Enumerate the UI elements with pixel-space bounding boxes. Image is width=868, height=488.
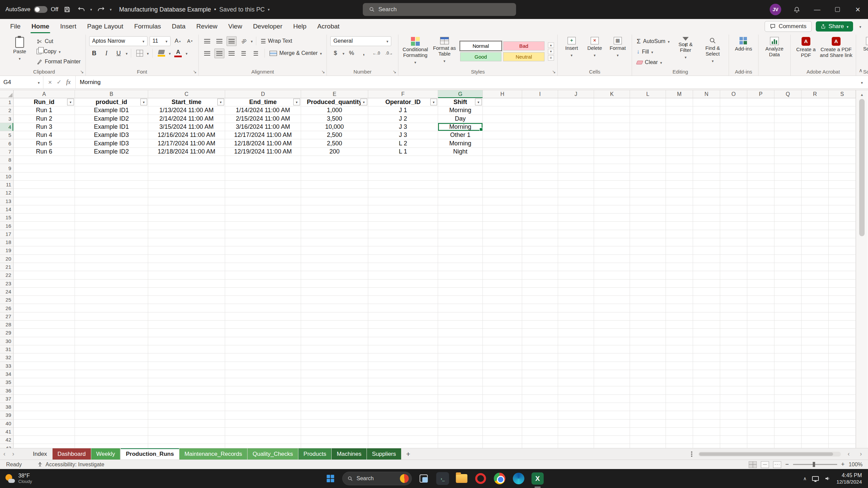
cell-H29[interactable] (483, 329, 522, 337)
cell-J23[interactable] (558, 280, 594, 288)
analyze-data-button[interactable]: Analyze Data (762, 35, 787, 67)
cell-H20[interactable] (483, 255, 522, 263)
cell-L43[interactable] (630, 444, 666, 448)
cell-S10[interactable] (829, 172, 856, 181)
cell-F27[interactable] (368, 312, 438, 321)
cell-E37[interactable] (301, 395, 368, 403)
cell-H35[interactable] (483, 378, 522, 386)
cell-G21[interactable] (438, 263, 483, 271)
format-as-table-button[interactable]: Format as Table (431, 35, 458, 67)
cell-N42[interactable] (693, 436, 720, 444)
vertical-scrollbar[interactable] (856, 90, 868, 448)
cell-B17[interactable] (75, 230, 148, 238)
cell-K23[interactable] (594, 280, 630, 288)
row-header-23[interactable]: 23 (0, 280, 14, 288)
cell-H34[interactable] (483, 370, 522, 378)
cell-E2[interactable]: 1,000 (301, 106, 368, 115)
cell-L12[interactable] (630, 189, 666, 197)
cell-F17[interactable] (368, 230, 438, 238)
cell-B25[interactable] (75, 296, 148, 304)
cell-K10[interactable] (594, 172, 630, 181)
cell-H18[interactable] (483, 238, 522, 246)
cell-I14[interactable] (522, 205, 558, 214)
cell-J33[interactable] (558, 362, 594, 370)
ribbon-tab-insert[interactable]: Insert (55, 20, 82, 33)
cell-B5[interactable]: Example ID3 (75, 131, 148, 139)
cell-F29[interactable] (368, 329, 438, 337)
cell-H42[interactable] (483, 436, 522, 444)
cell-P22[interactable] (747, 271, 774, 279)
cell-M14[interactable] (666, 205, 693, 214)
cell-A41[interactable] (14, 428, 75, 436)
cell-P21[interactable] (747, 263, 774, 271)
cell-C2[interactable]: 1/13/2024 11:00 AM (148, 106, 225, 115)
styles-dialog-launcher[interactable] (552, 69, 556, 74)
cell-G4[interactable]: Morning (438, 123, 483, 131)
cell-Q37[interactable] (774, 395, 802, 403)
cell-D41[interactable] (225, 428, 301, 436)
cell-O23[interactable] (720, 280, 747, 288)
orientation-chevron-icon[interactable] (251, 38, 253, 44)
cell-F41[interactable] (368, 428, 438, 436)
cell-C9[interactable] (148, 164, 225, 172)
cell-K9[interactable] (594, 164, 630, 172)
cell-I10[interactable] (522, 172, 558, 181)
chrome-button[interactable] (493, 471, 507, 486)
cell-P25[interactable] (747, 296, 774, 304)
cell-I43[interactable] (522, 444, 558, 448)
maximize-button[interactable] (827, 0, 848, 19)
cell-S9[interactable] (829, 164, 856, 172)
cell-H41[interactable] (483, 428, 522, 436)
cell-C15[interactable] (148, 214, 225, 222)
cell-J6[interactable] (558, 139, 594, 147)
cell-L8[interactable] (630, 156, 666, 164)
cell-L20[interactable] (630, 255, 666, 263)
cell-M19[interactable] (666, 246, 693, 255)
currency-chevron-icon[interactable] (342, 50, 344, 56)
cell-K4[interactable] (594, 123, 630, 131)
clipboard-dialog-launcher[interactable] (80, 69, 84, 74)
cell-H43[interactable] (483, 444, 522, 448)
cell-N10[interactable] (693, 172, 720, 181)
cell-G6[interactable]: Morning (438, 139, 483, 147)
cell-I20[interactable] (522, 255, 558, 263)
cell-B16[interactable] (75, 222, 148, 230)
cell-R4[interactable] (802, 123, 829, 131)
cell-S5[interactable] (829, 131, 856, 139)
format-as-table-chevron-icon[interactable] (443, 58, 446, 64)
cell-K7[interactable] (594, 148, 630, 156)
cell-K19[interactable] (594, 246, 630, 255)
cell-I19[interactable] (522, 246, 558, 255)
cell-B19[interactable] (75, 246, 148, 255)
cell-H5[interactable] (483, 131, 522, 139)
cell-S38[interactable] (829, 403, 856, 411)
cell-G42[interactable] (438, 436, 483, 444)
cell-N17[interactable] (693, 230, 720, 238)
cell-C16[interactable] (148, 222, 225, 230)
row-header-37[interactable]: 37 (0, 395, 14, 403)
row-header-16[interactable]: 16 (0, 222, 14, 230)
cell-R43[interactable] (802, 444, 829, 448)
cell-M33[interactable] (666, 362, 693, 370)
cell-J41[interactable] (558, 428, 594, 436)
cell-C34[interactable] (148, 370, 225, 378)
alignment-dialog-launcher[interactable] (321, 69, 325, 74)
cell-B30[interactable] (75, 337, 148, 345)
cell-R37[interactable] (802, 395, 829, 403)
cell-D30[interactable] (225, 337, 301, 345)
cell-A27[interactable] (14, 312, 75, 321)
filter-button-A[interactable] (67, 99, 74, 105)
cell-S32[interactable] (829, 353, 856, 362)
sheet-tab-products[interactable]: Products (298, 448, 332, 460)
cell-K43[interactable] (594, 444, 630, 448)
cell-O14[interactable] (720, 205, 747, 214)
find-select-button[interactable]: Find & Select (700, 35, 725, 67)
cell-K31[interactable] (594, 345, 630, 353)
cell-O42[interactable] (720, 436, 747, 444)
cell-P27[interactable] (747, 312, 774, 321)
cell-A26[interactable] (14, 304, 75, 312)
cell-K35[interactable] (594, 378, 630, 386)
row-header-22[interactable]: 22 (0, 271, 14, 279)
cell-N26[interactable] (693, 304, 720, 312)
cell-G38[interactable] (438, 403, 483, 411)
